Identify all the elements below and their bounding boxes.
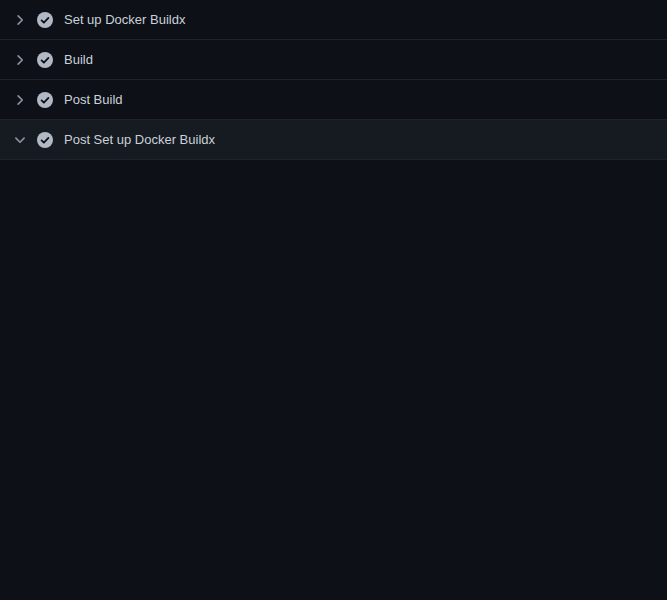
- chevron-right-icon: [12, 52, 28, 68]
- step-label: Post Set up Docker Buildx: [64, 132, 651, 147]
- check-circle-icon: [37, 92, 53, 108]
- log-line: 20 time="2021-04-23T18:02:38Z" level=deb…: [0, 589, 667, 600]
- log-line: 11 time="2021-04-23T18:02:38Z" level=deb…: [0, 389, 667, 409]
- step-header[interactable]: Post Build: [0, 80, 667, 120]
- log-line: 10 time="2021-04-23T18:02:37Z" level=inf…: [0, 369, 667, 389]
- log-line: application/vnd.oci.image.index.v1+json,…: [0, 569, 667, 589]
- step-section: Build: [0, 40, 667, 80]
- step-header[interactable]: Set up Docker Buildx: [0, 0, 667, 40]
- log-line: 17 time="2021-04-23T18:02:38Z" level=deb…: [0, 509, 667, 529]
- chevron-down-icon: [12, 132, 28, 148]
- check-circle-icon: [37, 12, 53, 28]
- log-line: 14 time="2021-04-23T18:02:38Z" level=deb…: [0, 449, 667, 469]
- log-line: linux/riscv64 linux/ppc64le linux/s390x …: [0, 289, 667, 309]
- log-line: 19 time="2021-04-23T18:02:38Z" level=deb…: [0, 549, 667, 569]
- check-circle-icon: [37, 132, 53, 148]
- log-viewer: 1 Post job cleanup. 2 ▼BuildKit containe…: [0, 160, 667, 600]
- steps-list: Set up Docker Buildx Build: [0, 0, 667, 160]
- log-line: 16 time="2021-04-23T18:02:38Z" level=deb…: [0, 489, 667, 509]
- log-line: 2 ▼BuildKit container logs: [0, 189, 667, 209]
- step-header[interactable]: Post Set up Docker Buildx: [0, 120, 667, 160]
- log-line: 12 time="2021-04-23T18:02:38Z" level=deb…: [0, 409, 667, 429]
- log-line: 13 time="2021-04-23T18:02:38Z" level=deb…: [0, 429, 667, 449]
- step-label: Build: [64, 52, 651, 67]
- log-line: 5 time="2021-04-23T18:02:37Z" level=warn…: [0, 249, 667, 269]
- log-line: 7 time="2021-04-23T18:02:37Z" level=warn…: [0, 309, 667, 329]
- step-label: Post Build: [64, 92, 651, 107]
- log-line: 9 time="2021-04-23T18:02:37Z" level=warn…: [0, 349, 667, 369]
- step-section: Set up Docker Buildx: [0, 0, 667, 40]
- log-line: 8 time="2021-04-23T18:02:37Z" level=info…: [0, 329, 667, 349]
- log-line: 6 time="2021-04-23T18:02:37Z" level=info…: [0, 269, 667, 289]
- step-section: Post Build: [0, 80, 667, 120]
- log-line: 18 time="2021-04-23T18:02:38Z" level=deb…: [0, 529, 667, 549]
- check-circle-icon: [37, 52, 53, 68]
- log-line: 3 /usr/bin/docker logs buildx_buildkit_b…: [0, 209, 667, 229]
- log-line: 1 Post job cleanup.: [0, 169, 667, 189]
- log-line: 4 time="2021-04-23T18:02:37Z" level=info…: [0, 229, 667, 249]
- step-label: Set up Docker Buildx: [64, 12, 651, 27]
- chevron-right-icon: [12, 12, 28, 28]
- chevron-right-icon: [12, 92, 28, 108]
- log-line: 15 time="2021-04-23T18:02:38Z" level=deb…: [0, 469, 667, 489]
- step-section: Post Set up Docker Buildx: [0, 120, 667, 160]
- step-header[interactable]: Build: [0, 40, 667, 80]
